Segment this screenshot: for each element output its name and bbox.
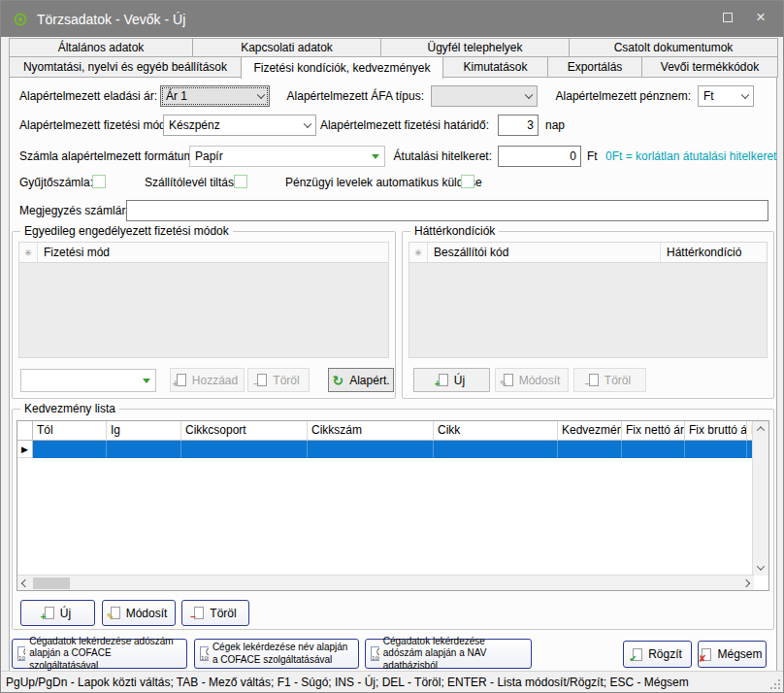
background-modify-button[interactable]: ✎ Módosít — [495, 368, 569, 392]
column-kedvezmeny[interactable]: Kedvezmény — [558, 421, 622, 441]
cancel-button[interactable]: ✘ Mégsem — [698, 641, 767, 668]
background-delete-button[interactable]: − Töröl — [573, 368, 646, 392]
vertical-scrollbar[interactable] — [752, 421, 768, 576]
column-hatterkondicio[interactable]: Háttérkondíció — [660, 243, 767, 262]
company-lookup-icon: 100 — [16, 645, 25, 663]
invoice-format-value: Papír — [195, 149, 223, 163]
save-doc-icon: ✔ — [633, 648, 642, 661]
close-icon: × — [756, 8, 766, 27]
tab-kimutatasok[interactable]: Kimutatások — [442, 56, 548, 78]
tab-nyomtatasi-beallitasok[interactable]: Nyomtatási, nyelvi és egyéb beállítások — [9, 56, 242, 78]
cell-fix-brutto-ar[interactable] — [685, 441, 747, 458]
payment-mode-delete-button[interactable]: − Töröl — [247, 368, 310, 392]
minus-icon: − — [253, 380, 259, 389]
credit-limit-suffix: Ft — [587, 149, 598, 163]
invoice-note-label: Megjegyzés számlára: — [19, 204, 135, 217]
background-new-button[interactable]: + Új — [413, 368, 490, 392]
column-cikkcsoport[interactable]: Cikkcsoport — [181, 421, 308, 441]
tab-csatolt-dokumentumok[interactable]: Csatolt dokumentumok — [569, 38, 778, 57]
background-conditions-grid[interactable]: ✳ Beszállítói kód Háttérkondíció — [408, 242, 768, 358]
payment-method-label: Alapértelmezett fizetési mód: — [19, 118, 169, 132]
column-ig[interactable]: Ig — [107, 421, 181, 441]
sale-price-combo[interactable]: Ár 1 — [160, 85, 270, 107]
vat-type-combo[interactable] — [431, 85, 538, 107]
discount-delete-button[interactable]: − Töröl — [181, 600, 249, 626]
scroll-right-button[interactable] — [738, 576, 754, 591]
column-fix-brutto-ar[interactable]: Fix bruttó ár — [685, 421, 747, 441]
selected-row[interactable]: ▶ — [17, 441, 768, 458]
auto-letters-checkbox[interactable] — [461, 175, 474, 188]
cell-tol[interactable] — [33, 441, 107, 458]
refresh-icon: ↻ — [332, 374, 343, 387]
payment-mode-picker-combo[interactable] — [20, 369, 156, 392]
scroll-down-button[interactable] — [753, 560, 768, 576]
column-cikkszam[interactable]: Cikkszám — [308, 421, 434, 441]
cell-cikkcsoport[interactable] — [181, 441, 308, 458]
payment-method-combo[interactable]: Készpénz — [163, 115, 316, 136]
plus-icon: + — [173, 380, 179, 389]
save-button[interactable]: ✔ Rögzít — [623, 641, 692, 668]
invoice-format-combo[interactable]: Papír — [189, 146, 385, 167]
pencil-icon: ✎ — [500, 380, 507, 389]
cell-cikk[interactable] — [434, 441, 558, 458]
payment-due-input[interactable] — [498, 115, 539, 136]
coface-by-name-label: Cégek lekérdezése név alapján a COFACE s… — [212, 642, 354, 666]
status-bar: PgUp/PgDn - Lapok közti váltás; TAB - Me… — [1, 671, 783, 692]
resize-grip[interactable] — [769, 678, 781, 690]
maximize-icon — [723, 13, 733, 22]
discount-modify-button[interactable]: ✎ Módosít — [102, 600, 176, 626]
scroll-left-button[interactable] — [17, 576, 33, 591]
column-beszallitoi-kod[interactable]: Beszállítói kód — [428, 243, 660, 262]
column-fizetesi-mod[interactable]: Fizetési mód — [38, 243, 388, 262]
currency-label: Alapértelmezett pénznem: — [556, 89, 691, 103]
cell-kedvezmeny[interactable] — [558, 441, 622, 458]
payment-mode-add-button[interactable]: + Hozzáad — [170, 368, 245, 392]
discount-list-group: Kedvezmény lista Tól Ig Cikkcsoport Cikk… — [12, 409, 774, 630]
tab-altalanos-adatok[interactable]: Általános adatok — [9, 38, 193, 57]
currency-combo[interactable]: Ft — [698, 85, 754, 107]
close-button[interactable]: × — [744, 1, 777, 34]
tab-ugyfel-telephelyek[interactable]: Ügyfél telephelyek — [380, 38, 570, 57]
payment-mode-default-button[interactable]: ↻ Alapért. — [328, 368, 394, 392]
cell-cikkszam[interactable] — [308, 441, 434, 458]
plus-icon: + — [41, 612, 47, 622]
payment-modes-grid[interactable]: ✳ Fizetési mód — [18, 242, 389, 358]
scroll-up-button[interactable] — [753, 421, 768, 437]
credit-limit-input[interactable] — [498, 146, 581, 167]
vat-type-label: Alapértelmezett ÁFA típus: — [287, 89, 424, 103]
cell-fix-netto-ar[interactable] — [622, 441, 685, 458]
cross-icon: ✘ — [698, 654, 705, 664]
column-tol[interactable]: Tól — [33, 421, 107, 441]
coface-by-name-button[interactable]: 100 Cégek lekérdezése név alapján a COFA… — [194, 639, 359, 669]
discount-new-button[interactable]: + Új — [20, 600, 95, 626]
status-bar-text: PgUp/PgDn - Lapok közti váltás; TAB - Me… — [6, 676, 689, 689]
tab-vevoi-termekkodok[interactable]: Vevői termékkódok — [641, 56, 778, 78]
tab-fizetesi-kondiciok[interactable]: Fizetési kondíciók, kedvezmények — [241, 56, 443, 79]
maximize-button[interactable] — [711, 1, 744, 34]
tab-exportalas[interactable]: Exportálás — [547, 56, 642, 78]
horizontal-scrollbar[interactable] — [17, 575, 754, 590]
column-fix-netto-ar[interactable]: Fix nettó ár — [622, 421, 685, 441]
window-title: Törzsadatok - Vevők - Új — [37, 12, 185, 27]
nav-by-taxnumber-button[interactable]: 100 Cégadatok lekérdezése adószám alapjá… — [365, 639, 532, 669]
collective-invoice-checkbox[interactable] — [92, 175, 106, 188]
modify-button-label: Módosít — [519, 374, 561, 387]
delivery-note-block-checkbox[interactable] — [234, 175, 247, 188]
coface-by-taxnumber-button[interactable]: 100 Cégadatok lekérdezése adószám alapjá… — [12, 639, 187, 669]
horizontal-scroll-thumb[interactable] — [33, 578, 70, 589]
background-conditions-group: Háttérkondíciók ✳ Beszállítói kód Háttér… — [402, 231, 774, 399]
sale-price-value: Ár 1 — [166, 89, 187, 103]
coface-by-taxnumber-label: Cégadatok lekérdezése adószám alapján a … — [29, 636, 182, 673]
chevron-down-icon — [257, 91, 265, 99]
delete-button-label: Töröl — [604, 374, 631, 387]
tab-kapcsolati-adatok[interactable]: Kapcsolati adatok — [192, 38, 381, 57]
discount-grid[interactable]: Tól Ig Cikkcsoport Cikkszám Cikk Kedvezm… — [16, 420, 769, 591]
modify-button-label: Módosít — [126, 607, 168, 620]
new-button-label: Új — [454, 374, 465, 387]
column-cikk[interactable]: Cikk — [434, 421, 558, 441]
cell-ig[interactable] — [107, 441, 181, 458]
chevron-left-icon — [21, 579, 29, 587]
invoice-note-input[interactable] — [126, 200, 768, 221]
app-icon — [13, 12, 28, 27]
payment-modes-group: Egyedileg engedélyezett fizetési módok ✳… — [12, 231, 396, 399]
